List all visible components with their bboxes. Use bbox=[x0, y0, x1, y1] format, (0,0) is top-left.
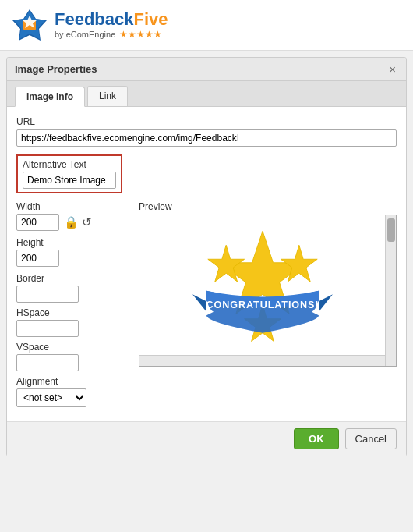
logo-sub: by eComEngine ★★★★★ bbox=[55, 29, 168, 40]
two-col-section: Width 🔒 ↺ Height Border bbox=[16, 201, 397, 412]
alt-text-label: Alternative Text bbox=[23, 159, 116, 170]
height-input[interactable] bbox=[16, 250, 59, 267]
svg-marker-10 bbox=[319, 294, 333, 312]
dialog-titlebar: Image Properties × bbox=[7, 58, 406, 81]
height-label: Height bbox=[16, 237, 129, 248]
logo-feedback: Feedback bbox=[55, 9, 134, 29]
logo-five: Five bbox=[134, 9, 168, 29]
dialog-footer: OK Cancel bbox=[7, 421, 406, 456]
hspace-label: HSpace bbox=[16, 307, 129, 318]
lock-refresh-icons: 🔒 ↺ bbox=[64, 215, 92, 229]
tab-link[interactable]: Link bbox=[87, 86, 128, 106]
congratulations-image: CONGRATULATIONS! bbox=[192, 223, 333, 348]
cancel-button[interactable]: Cancel bbox=[345, 428, 397, 449]
url-field-group: URL bbox=[16, 116, 397, 147]
preview-label: Preview bbox=[139, 201, 397, 212]
ok-button[interactable]: OK bbox=[294, 428, 339, 449]
border-label: Border bbox=[16, 273, 129, 284]
image-properties-dialog: Image Properties × Image Info Link URL A… bbox=[6, 57, 407, 456]
dialog-tabs: Image Info Link bbox=[7, 81, 406, 107]
vspace-field-group: VSpace bbox=[16, 342, 129, 371]
url-label: URL bbox=[16, 116, 397, 127]
tab-image-info[interactable]: Image Info bbox=[15, 87, 85, 107]
app-header: FeedbackFive by eComEngine ★★★★★ bbox=[0, 0, 413, 51]
alignment-label: Alignment bbox=[16, 376, 129, 387]
alt-text-field-group: Alternative Text bbox=[16, 154, 397, 193]
preview-image-area: CONGRATULATIONS! bbox=[139, 215, 385, 355]
right-column: Preview bbox=[139, 201, 397, 412]
preview-scrollbar-vertical[interactable] bbox=[385, 215, 396, 366]
preview-box: CONGRATULATIONS! bbox=[139, 215, 397, 367]
width-input[interactable] bbox=[16, 214, 59, 231]
hspace-field-group: HSpace bbox=[16, 307, 129, 337]
width-input-row: 🔒 ↺ bbox=[16, 214, 129, 231]
border-field-group: Border bbox=[16, 273, 129, 303]
svg-marker-9 bbox=[192, 294, 206, 312]
preview-scrollbar-horizontal[interactable] bbox=[139, 355, 385, 366]
close-button[interactable]: × bbox=[387, 63, 398, 75]
alignment-select[interactable]: <not set> Left Right Top Middle Bottom bbox=[16, 388, 86, 407]
left-column: Width 🔒 ↺ Height Border bbox=[16, 201, 129, 412]
refresh-icon[interactable]: ↺ bbox=[82, 215, 92, 229]
width-row: Width 🔒 ↺ bbox=[16, 201, 129, 231]
hspace-input[interactable] bbox=[16, 320, 79, 337]
logo-text: FeedbackFive by eComEngine ★★★★★ bbox=[55, 10, 168, 40]
alt-text-input[interactable] bbox=[23, 172, 116, 189]
dialog-content: URL Alternative Text Width 🔒 bbox=[7, 107, 406, 421]
url-input[interactable] bbox=[16, 129, 397, 147]
vspace-label: VSpace bbox=[16, 342, 129, 353]
feedbackfive-logo-icon bbox=[12, 8, 47, 42]
scroll-thumb bbox=[387, 218, 395, 242]
width-label: Width bbox=[16, 201, 129, 212]
dialog-title: Image Properties bbox=[15, 63, 97, 75]
logo-title: FeedbackFive bbox=[55, 10, 168, 29]
svg-text:CONGRATULATIONS!: CONGRATULATIONS! bbox=[206, 300, 319, 310]
lock-icon[interactable]: 🔒 bbox=[64, 215, 79, 229]
star-rating: ★★★★★ bbox=[119, 29, 162, 40]
vspace-input[interactable] bbox=[16, 354, 79, 371]
height-row: Height bbox=[16, 237, 129, 267]
alignment-field-group: Alignment <not set> Left Right Top Middl… bbox=[16, 376, 129, 407]
border-input[interactable] bbox=[16, 286, 79, 303]
